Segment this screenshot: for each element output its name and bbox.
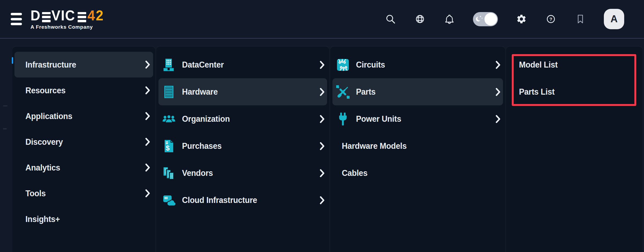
logo-letter-d: D (31, 8, 41, 23)
avatar-initial: A (611, 13, 618, 25)
chevron-right-icon (320, 61, 325, 69)
menu-item-label: Resources (25, 86, 66, 95)
circuit-board-icon (336, 58, 350, 72)
menu-item-datacenter[interactable]: DataCenter (158, 51, 327, 78)
brand-subtitle: A Freshworks Company (31, 24, 104, 30)
chevron-right-icon (145, 138, 150, 146)
menu-item-label: Cloud Infrastructure (182, 195, 257, 205)
menu-item-analytics[interactable]: Analytics (14, 155, 153, 180)
menu-item-label: Organization (182, 114, 230, 124)
menu-item-label: Power Units (356, 114, 401, 124)
moon-sparkles-icon (475, 15, 483, 23)
svg-text:$: $ (166, 144, 170, 152)
chevron-right-icon (145, 163, 150, 172)
menu-item-power-units[interactable]: Power Units (332, 105, 503, 132)
device42-logo: D VIC 4 2 (31, 8, 104, 23)
hamburger-menu-icon[interactable] (11, 13, 22, 25)
menu-item-infrastructure[interactable]: Infrastructure (14, 52, 153, 77)
menu-level1-panel: Infrastructure Resources Applications Di… (12, 46, 155, 252)
datacenter-building-icon (162, 58, 176, 72)
menu-item-tools[interactable]: Tools (14, 180, 153, 206)
user-avatar[interactable]: A (604, 9, 624, 29)
menu-item-label: Purchases (182, 141, 222, 151)
people-group-icon (162, 112, 176, 126)
menu-item-label: Hardware Models (342, 141, 407, 151)
chevron-right-icon (320, 142, 325, 150)
menu-item-label: Hardware (182, 87, 218, 97)
active-nav-indicator (12, 57, 13, 64)
menu-level4-panel: Model List Parts List (506, 46, 642, 252)
background-artifact (3, 128, 7, 129)
chevron-right-icon (495, 61, 501, 69)
menu-item-circuits[interactable]: Circuits (332, 51, 503, 78)
logo-digit-4: 4 (88, 8, 96, 23)
bookmark-icon[interactable] (574, 13, 586, 25)
menu-item-purchases[interactable]: $ Purchases (158, 132, 327, 160)
menu-item-label: Circuits (356, 60, 385, 70)
chevron-right-icon (145, 112, 150, 120)
help-icon[interactable]: ? (545, 13, 557, 25)
top-bar: D VIC 4 2 A Freshworks Company (0, 0, 644, 39)
menu-item-model-list[interactable]: Model List (508, 51, 640, 78)
chevron-right-icon (320, 196, 325, 205)
menu-item-label: Parts List (519, 87, 555, 97)
menu-item-label: Vendors (182, 168, 213, 178)
menu-item-cloud-infrastructure[interactable]: Cloud Infrastructure (158, 187, 327, 214)
menu-item-hardware[interactable]: Hardware (158, 78, 327, 105)
menu-item-cables[interactable]: Cables (332, 160, 503, 187)
settings-gear-icon[interactable] (516, 13, 527, 25)
toggle-knob (484, 13, 497, 25)
invoice-dollar-icon: $ (162, 139, 176, 153)
menu-item-label: Parts (356, 87, 376, 97)
menu-item-parts-list[interactable]: Parts List (508, 78, 640, 105)
menu-item-hardware-models[interactable]: Hardware Models (332, 132, 503, 160)
chevron-right-icon (145, 189, 150, 198)
menu-item-organization[interactable]: Organization (158, 105, 327, 132)
menu-item-applications[interactable]: Applications (14, 103, 153, 129)
menu-item-insights-plus[interactable]: Insights+ (14, 206, 153, 232)
chevron-right-icon (495, 115, 501, 123)
power-plug-icon (336, 112, 350, 126)
globe-language-icon[interactable] (414, 13, 426, 25)
search-icon[interactable] (385, 13, 396, 25)
brand-logo[interactable]: D VIC 4 2 A Freshworks Company (31, 8, 104, 30)
logo-letters-vic: VIC (51, 8, 75, 23)
chevron-right-icon (495, 88, 501, 96)
theme-toggle[interactable] (473, 12, 498, 26)
menu-item-label: Applications (25, 111, 72, 121)
chevron-right-icon (320, 88, 325, 96)
menu-item-discovery[interactable]: Discovery (14, 129, 153, 155)
logo-letter-e-bars-icon (78, 12, 86, 22)
menu-item-label: Model List (519, 60, 558, 70)
menu-item-label: DataCenter (182, 60, 224, 70)
server-rack-icon (162, 85, 176, 99)
menu-item-vendors[interactable]: Vendors (158, 160, 327, 187)
menu-level2-panel: DataCenter Hardware (156, 46, 329, 252)
topbar-actions: ? A (385, 9, 624, 29)
vendor-buildings-icon (162, 166, 176, 180)
chevron-right-icon (320, 169, 325, 177)
menu-item-label: Analytics (25, 163, 60, 173)
menu-level3-panel: Circuits Parts (330, 46, 505, 252)
menu-item-label: Insights+ (25, 214, 60, 224)
tools-crossed-icon (336, 85, 350, 99)
notifications-bell-icon[interactable] (444, 13, 455, 25)
logo-letter-e-bars-icon (42, 12, 51, 22)
background-artifact (3, 105, 7, 106)
menu-item-label: Tools (25, 188, 46, 198)
chevron-right-icon (145, 86, 150, 95)
menu-item-parts[interactable]: Parts (332, 78, 503, 105)
device42-app: D VIC 4 2 A Freshworks Company (0, 0, 644, 252)
menu-item-label: Infrastructure (25, 60, 76, 70)
logo-digit-2: 2 (96, 8, 104, 23)
menu-item-label: Discovery (25, 137, 63, 147)
svg-text:?: ? (550, 17, 552, 22)
chevron-right-icon (320, 115, 325, 123)
chevron-right-icon (145, 60, 150, 69)
cloud-server-icon (162, 194, 176, 207)
menu-item-label: Cables (342, 168, 368, 178)
menu-item-resources[interactable]: Resources (14, 77, 153, 103)
